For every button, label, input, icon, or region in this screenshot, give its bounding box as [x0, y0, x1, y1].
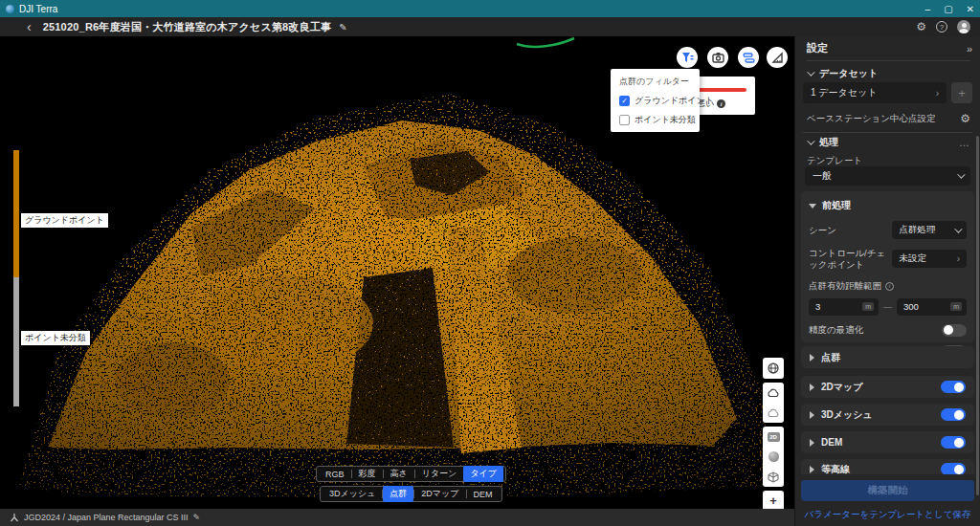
point-cloud-toggle-button[interactable] [763, 383, 784, 403]
status-bar: JGD2024 / Japan Plane Rectangular CS III… [0, 509, 794, 526]
range-max-value: 300 [903, 301, 919, 312]
triangle-right-icon [810, 411, 814, 419]
dem-group-card[interactable]: DEM [801, 431, 974, 453]
template-select[interactable]: 一般 [805, 166, 970, 186]
maximize-button[interactable]: ▢ [944, 4, 952, 14]
filter-icon [681, 52, 694, 64]
unit-badge: m [862, 302, 874, 311]
title-bar: DJI Terra – ▢ ✕ [0, 0, 980, 17]
zoom-group: + − [763, 491, 784, 509]
view-mode-group: 2D [763, 427, 784, 487]
point-cloud-viewport[interactable]: グラウンドポイント ポイント未分類 [0, 36, 794, 509]
app-logo-icon [6, 5, 14, 13]
quality-info-icon[interactable]: i [717, 99, 725, 108]
layer-mode-3dmesh[interactable]: 3Dメッシュ [323, 486, 382, 502]
minimize-button[interactable]: – [925, 4, 931, 14]
contour-group-card[interactable]: 等高線 [801, 459, 974, 474]
color-mode-type[interactable]: タイプ [463, 466, 503, 482]
dataset-section-header[interactable]: データセット [807, 67, 972, 80]
edit-crs-icon[interactable]: ✎ [193, 513, 201, 522]
triangle-down-icon [809, 204, 816, 208]
start-build-button[interactable]: 構築開始 [801, 480, 974, 501]
camera-icon [712, 52, 724, 64]
sidebar-scrollbar[interactable] [976, 136, 979, 495]
preprocessing-header[interactable]: 前処理 [809, 199, 967, 212]
layer-mode-pointcloud[interactable]: 点群 [383, 486, 413, 502]
more-options-icon[interactable]: … [959, 137, 970, 148]
group-label: DEM [821, 437, 842, 448]
settings-sidebar: 設定 » データセット 1 データセット › + ベースステーション中心点設定 … [794, 36, 980, 526]
processing-section-label: 処理 [819, 136, 838, 149]
color-mode-saturation[interactable]: 彩度 [352, 466, 383, 482]
sphere-view-button[interactable] [763, 447, 784, 467]
map2d-group-card[interactable]: 2Dマップ [801, 376, 974, 398]
triangle-right-icon [810, 466, 814, 473]
layer-mode-2dmap[interactable]: 2Dマップ [414, 486, 465, 502]
contour-toggle[interactable] [941, 463, 966, 474]
measure-button[interactable] [767, 47, 788, 68]
cube-view-button[interactable] [763, 467, 784, 487]
processing-section-header[interactable]: 処理 [807, 136, 838, 149]
color-mode-rgb[interactable]: RGB [319, 468, 351, 481]
range-min-input[interactable]: 3 m [809, 298, 879, 316]
triangle-right-icon [810, 384, 814, 391]
filter-option-unclassified[interactable]: ポイント未分類 [619, 114, 691, 126]
unit-badge: m [950, 302, 962, 311]
help-icon[interactable]: ? [936, 21, 947, 33]
point-filter-button[interactable] [677, 47, 698, 68]
add-dataset-button[interactable]: + [951, 82, 972, 103]
ground-checkbox[interactable]: ✓ [619, 96, 630, 106]
capture-button[interactable] [707, 47, 728, 68]
back-button[interactable]: ‹ [27, 18, 32, 35]
layer-mode-dem[interactable]: DEM [467, 488, 500, 501]
accuracy-optimization-toggle[interactable] [942, 324, 967, 337]
control-point-select[interactable]: 未設定 › [892, 250, 967, 268]
map2d-toggle[interactable] [941, 381, 966, 393]
dataset-section-label: データセット [819, 67, 878, 80]
control-point-value: 未設定 [899, 252, 926, 265]
edit-title-icon[interactable]: ✎ [339, 22, 346, 33]
zoom-in-button[interactable]: + [763, 491, 784, 509]
chevron-down-icon [807, 68, 814, 76]
sidebar-header: 設定 » [807, 40, 970, 61]
filter-option-label: グラウンドポイント [635, 95, 714, 107]
scene-select[interactable]: 点群処理 [892, 221, 967, 239]
info-icon[interactable]: i [885, 282, 894, 291]
settings-gear-icon[interactable]: ⚙ [916, 20, 926, 33]
base-station-label: ベースステーション中心点設定 [807, 113, 936, 125]
mesh3d-toggle[interactable] [941, 408, 966, 421]
range-max-input[interactable]: 300 m [897, 298, 967, 316]
flight-path-line [517, 38, 574, 47]
base-station-gear-icon[interactable]: ⚙ [960, 112, 970, 125]
close-button[interactable]: ✕ [967, 4, 974, 14]
group-label: 等高線 [821, 463, 850, 474]
chevron-down-icon [954, 225, 962, 232]
crs-label: JGD2024 / Japan Plane Rectangular CS III [24, 513, 189, 522]
cloud-sparse-button[interactable] [763, 403, 784, 423]
dataset-value: 1 データセット [811, 86, 878, 99]
user-avatar[interactable] [957, 20, 970, 33]
triangle-right-icon [810, 354, 814, 362]
collapse-panel-button[interactable]: » [967, 43, 970, 55]
control-point-label: コントロール/チェックポイント [809, 248, 892, 271]
color-mode-height[interactable]: 高さ [384, 466, 414, 482]
preprocessing-card: 前処理 シーン 点群処理 コントロール/チェックポイント 未設定 › 点群有効距… [801, 191, 974, 342]
dataset-selector[interactable]: 1 データセット › [803, 82, 947, 103]
sidebar-title: 設定 [807, 41, 828, 55]
chevron-down-icon [807, 137, 814, 144]
divider [803, 132, 972, 133]
filter-popup-title: 点群のフィルター [619, 76, 691, 88]
save-template-link[interactable]: パラメーターをテンプレートとして保存 [803, 509, 972, 521]
point-filter-popup: 点群のフィルター ✓ グラウンドポイント ポイント未分類 [611, 69, 700, 132]
globe-view-button[interactable] [763, 358, 784, 379]
color-mode-return[interactable]: リターン [415, 466, 464, 482]
dem-toggle[interactable] [941, 436, 966, 449]
map-2d-button[interactable]: 2D [763, 427, 784, 447]
filter-option-ground[interactable]: ✓ グラウンドポイント [619, 95, 691, 107]
compare-layers-button[interactable] [738, 47, 759, 68]
mesh3d-group-card[interactable]: 3Dメッシュ [801, 404, 974, 426]
color-mode-toolbar: RGB 彩度 高さ リターン タイプ [316, 466, 506, 482]
pointcloud-group-card[interactable]: 点群 [801, 346, 974, 368]
unclassified-checkbox[interactable] [619, 115, 630, 125]
cube-icon [768, 471, 779, 483]
